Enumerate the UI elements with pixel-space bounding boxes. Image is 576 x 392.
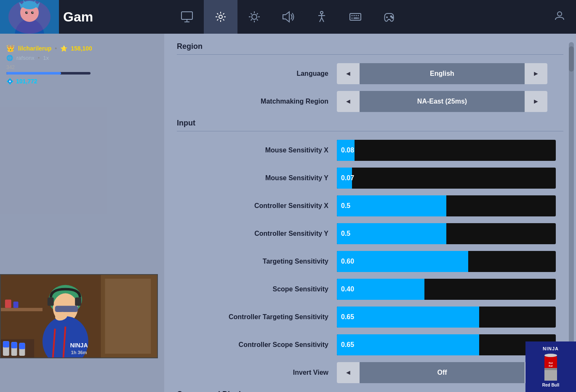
coins-row: 💠 101,772 xyxy=(6,78,158,85)
nav-accessibility-tab[interactable] xyxy=(305,0,339,34)
matchmaking-right-btn[interactable]: ► xyxy=(525,91,547,112)
svg-point-8 xyxy=(8,0,51,34)
region-section-header: Region xyxy=(177,42,563,55)
settings-panel: Region Language ◄ English ► Matchmaking … xyxy=(164,34,576,392)
targeting-sensitivity-value: 0.60 xyxy=(341,258,354,265)
svg-rect-69 xyxy=(544,368,557,370)
mouse-sensitivity-y-fill: 0.07 xyxy=(337,168,352,189)
scope-sensitivity-value: 0.40 xyxy=(341,285,354,293)
controller-sensitivity-y-slider[interactable]: 0.5 xyxy=(337,223,556,244)
controller-targeting-sensitivity-fill: 0.65 xyxy=(337,307,479,328)
scrollbar-track[interactable] xyxy=(569,42,574,384)
svg-rect-62 xyxy=(3,341,9,347)
svg-rect-53 xyxy=(55,306,78,312)
redbull-panel: NINJA Red Bull Red Bull xyxy=(525,341,576,392)
targeting-sensitivity-slider[interactable]: 0.60 xyxy=(337,251,556,272)
xp-progress-fill xyxy=(6,72,61,75)
invert-view-value: Off xyxy=(360,362,525,383)
svg-rect-49 xyxy=(5,299,11,308)
svg-point-12 xyxy=(32,12,33,13)
top-navigation-bar: Gam xyxy=(0,0,576,34)
coins-icon: 💠 xyxy=(6,78,13,85)
nav-controller-tab[interactable] xyxy=(372,0,406,34)
controller-scope-sensitivity-fill: 0.65 xyxy=(337,334,479,355)
svg-rect-66 xyxy=(19,343,25,349)
mouse-sensitivity-y-slider[interactable]: 0.07 xyxy=(337,168,556,189)
svg-point-17 xyxy=(252,14,257,19)
controller-sensitivity-y-row: Controller Sensitivity Y 0.5 xyxy=(177,223,563,244)
gold-coin-icon: ⭐ xyxy=(60,45,67,52)
webcam-overlay: NINJA 1h 36m xyxy=(0,274,158,358)
controller-sensitivity-x-value: 0.5 xyxy=(341,202,350,210)
redbull-brand-text: Red Bull xyxy=(542,383,560,387)
redbull-ninja-logo: NINJA xyxy=(543,346,559,351)
invert-view-label: Invert View xyxy=(177,369,337,376)
scope-sensitivity-label: Scope Sensitivity xyxy=(177,285,337,293)
svg-rect-50 xyxy=(13,301,19,308)
user-info: 👑 lilcharilerup • ⭐ 158,100 🌐 rafsonx • … xyxy=(6,40,158,89)
controller-sensitivity-x-fill: 0.5 xyxy=(337,195,446,216)
matchmaking-control: ◄ NA-East (25ms) ► xyxy=(337,91,563,112)
svg-rect-32 xyxy=(350,13,361,20)
controller-sensitivity-y-control: 0.5 xyxy=(337,223,563,244)
scope-sensitivity-fill: 0.40 xyxy=(337,279,424,300)
user-primary-row: 👑 lilcharilerup • ⭐ 158,100 xyxy=(6,44,158,52)
controller-targeting-sensitivity-control: 0.65 xyxy=(337,307,563,328)
language-right-btn[interactable]: ► xyxy=(525,63,547,84)
matchmaking-value: NA-East (25ms) xyxy=(360,91,525,112)
svg-rect-55 xyxy=(75,297,81,306)
xp-progress-container: 342 xyxy=(6,64,158,75)
controller-sensitivity-x-label: Controller Sensitivity X xyxy=(177,202,337,210)
redbull-can-area: Red Bull xyxy=(534,353,568,383)
controller-sensitivity-y-value: 0.5 xyxy=(341,230,350,237)
nav-monitor-tab[interactable] xyxy=(170,0,204,34)
webcam-name: NINJA xyxy=(70,342,88,349)
nav-settings-tab[interactable] xyxy=(204,0,237,34)
svg-marker-26 xyxy=(283,12,289,22)
crown-icon: 👑 xyxy=(6,44,15,52)
scope-sensitivity-slider[interactable]: 0.40 xyxy=(337,279,556,300)
controller-sensitivity-x-row: Controller Sensitivity X 0.5 xyxy=(177,195,563,216)
controller-scope-sensitivity-value: 0.65 xyxy=(341,341,354,349)
controller-scope-sensitivity-slider[interactable]: 0.65 xyxy=(337,334,556,355)
mouse-sensitivity-x-slider[interactable]: 0.08 xyxy=(337,140,556,161)
scrollbar-thumb[interactable] xyxy=(569,46,574,72)
xp-progress-bar xyxy=(6,72,91,75)
controller-scope-sensitivity-row: Controller Scope Sensitivity 0.65 xyxy=(177,334,563,355)
nav-keyboard-tab[interactable] xyxy=(339,0,372,34)
controller-targeting-sensitivity-value: 0.65 xyxy=(341,313,354,321)
controller-sensitivity-y-fill: 0.5 xyxy=(337,223,446,244)
mouse-sensitivity-x-fill: 0.08 xyxy=(337,140,355,161)
separator2: • xyxy=(38,55,40,61)
svg-point-44 xyxy=(557,12,562,16)
controller-targeting-sensitivity-label: Controller Targeting Sensitivity xyxy=(177,313,337,321)
targeting-sensitivity-label: Targeting Sensitivity xyxy=(177,258,337,265)
nav-right-icons xyxy=(552,8,568,26)
matchmaking-left-btn[interactable]: ◄ xyxy=(337,91,360,112)
svg-point-27 xyxy=(320,11,323,14)
svg-point-10 xyxy=(31,11,34,14)
svg-line-22 xyxy=(251,13,252,15)
controller-sensitivity-x-slider[interactable]: 0.5 xyxy=(337,195,556,216)
svg-rect-54 xyxy=(48,297,54,306)
targeting-sensitivity-fill: 0.60 xyxy=(337,251,468,272)
input-section-header: Input xyxy=(177,119,563,131)
svg-text:Bull: Bull xyxy=(549,365,553,367)
camera-section-header: Camera and Display xyxy=(177,390,563,392)
nav-audio-tab[interactable] xyxy=(271,0,305,34)
controller-sensitivity-y-label: Controller Sensitivity Y xyxy=(177,230,337,237)
mouse-sensitivity-x-row: Mouse Sensitivity X 0.08 xyxy=(177,140,563,161)
invert-view-left-btn[interactable]: ◄ xyxy=(337,362,360,383)
nav-brightness-tab[interactable] xyxy=(237,0,271,34)
user-profile-icon[interactable] xyxy=(552,8,568,26)
svg-line-25 xyxy=(257,13,258,15)
mouse-sensitivity-x-value: 0.08 xyxy=(341,147,354,154)
targeting-sensitivity-control: 0.60 xyxy=(337,251,563,272)
username: lilcharilerup xyxy=(18,45,51,52)
controller-targeting-sensitivity-slider[interactable]: 0.65 xyxy=(337,307,556,328)
language-left-btn[interactable]: ◄ xyxy=(337,63,360,84)
invert-view-row: Invert View ◄ Off ► xyxy=(177,362,563,383)
svg-point-43 xyxy=(392,17,393,19)
controller-scope-sensitivity-label: Controller Scope Sensitivity xyxy=(177,341,337,349)
svg-rect-13 xyxy=(181,12,192,19)
